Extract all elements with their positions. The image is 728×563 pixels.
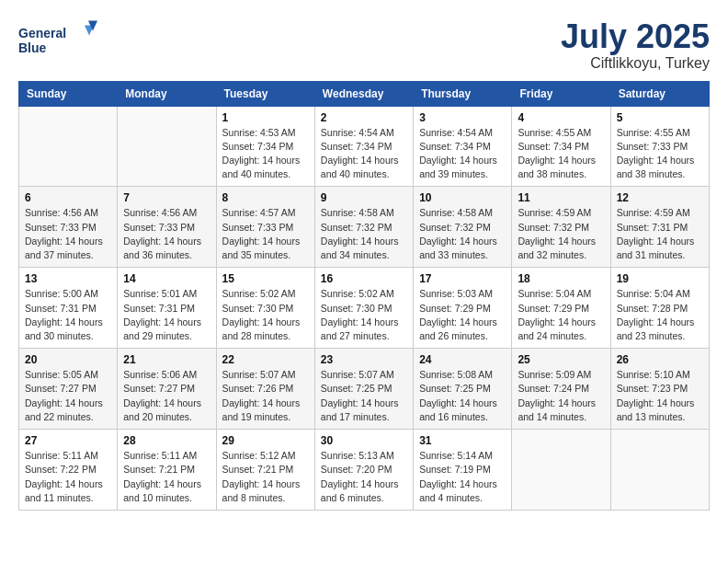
- day-info: Sunrise: 5:07 AMSunset: 7:26 PMDaylight:…: [222, 368, 309, 424]
- daylight-text: Daylight: 14 hours and 31 minutes.: [617, 235, 703, 262]
- sunrise-text: Sunrise: 5:04 AM: [617, 287, 703, 301]
- day-number: 5: [617, 111, 703, 124]
- sunset-text: Sunset: 7:34 PM: [321, 140, 407, 154]
- calendar-cell: 3Sunrise: 4:54 AMSunset: 7:34 PMDaylight…: [414, 106, 512, 187]
- day-info: Sunrise: 5:11 AMSunset: 7:22 PMDaylight:…: [25, 449, 111, 505]
- day-number: 30: [321, 434, 407, 447]
- day-info: Sunrise: 5:03 AMSunset: 7:29 PMDaylight:…: [419, 287, 506, 343]
- day-number: 6: [25, 191, 111, 204]
- daylight-text: Daylight: 14 hours and 33 minutes.: [419, 235, 506, 262]
- page-header: General Blue July 2025 Ciftlikkoyu, Turk…: [18, 18, 710, 72]
- sunrise-text: Sunrise: 5:04 AM: [518, 287, 604, 301]
- day-number: 20: [25, 353, 111, 366]
- day-number: 24: [419, 353, 506, 366]
- sunset-text: Sunset: 7:19 PM: [419, 463, 506, 477]
- daylight-text: Daylight: 14 hours and 16 minutes.: [419, 396, 506, 424]
- day-info: Sunrise: 5:02 AMSunset: 7:30 PMDaylight:…: [222, 287, 309, 343]
- calendar-cell: [118, 106, 216, 187]
- day-number: 23: [321, 353, 407, 366]
- day-number: 22: [222, 353, 309, 366]
- sunset-text: Sunset: 7:32 PM: [518, 221, 604, 235]
- sunset-text: Sunset: 7:27 PM: [123, 382, 210, 396]
- sunrise-text: Sunrise: 4:55 AM: [518, 126, 604, 140]
- day-info: Sunrise: 5:00 AMSunset: 7:31 PMDaylight:…: [25, 287, 111, 343]
- daylight-text: Daylight: 14 hours and 20 minutes.: [123, 396, 210, 424]
- day-info: Sunrise: 5:07 AMSunset: 7:25 PMDaylight:…: [321, 368, 407, 424]
- day-number: 19: [617, 272, 703, 285]
- calendar-cell: 16Sunrise: 5:02 AMSunset: 7:30 PMDayligh…: [314, 268, 413, 349]
- sunrise-text: Sunrise: 5:12 AM: [222, 449, 309, 463]
- sunrise-text: Sunrise: 5:01 AM: [123, 287, 210, 301]
- sunrise-text: Sunrise: 4:58 AM: [321, 206, 407, 220]
- sunset-text: Sunset: 7:23 PM: [617, 382, 703, 396]
- sunset-text: Sunset: 7:33 PM: [123, 221, 210, 235]
- sunset-text: Sunset: 7:21 PM: [222, 463, 309, 477]
- month-title: July 2025: [561, 18, 710, 55]
- sunset-text: Sunset: 7:26 PM: [222, 382, 309, 396]
- sunset-text: Sunset: 7:22 PM: [25, 463, 111, 477]
- calendar-cell: 5Sunrise: 4:55 AMSunset: 7:33 PMDaylight…: [610, 106, 709, 187]
- daylight-text: Daylight: 14 hours and 13 minutes.: [617, 396, 703, 424]
- sunrise-text: Sunrise: 5:13 AM: [321, 449, 407, 463]
- sunrise-text: Sunrise: 4:57 AM: [222, 206, 309, 220]
- sunset-text: Sunset: 7:27 PM: [25, 382, 111, 396]
- calendar-week-row: 20Sunrise: 5:05 AMSunset: 7:27 PMDayligh…: [19, 349, 710, 430]
- day-number: 10: [419, 191, 506, 204]
- day-info: Sunrise: 4:54 AMSunset: 7:34 PMDaylight:…: [419, 126, 506, 182]
- daylight-text: Daylight: 14 hours and 24 minutes.: [518, 316, 604, 343]
- sunrise-text: Sunrise: 5:07 AM: [321, 368, 407, 382]
- sunrise-text: Sunrise: 5:03 AM: [419, 287, 506, 301]
- daylight-text: Daylight: 14 hours and 4 minutes.: [419, 477, 506, 505]
- day-info: Sunrise: 4:58 AMSunset: 7:32 PMDaylight:…: [419, 206, 506, 262]
- day-number: 9: [321, 191, 407, 204]
- calendar-cell: 25Sunrise: 5:09 AMSunset: 7:24 PMDayligh…: [512, 349, 610, 430]
- day-number: 2: [321, 111, 407, 124]
- day-info: Sunrise: 5:05 AMSunset: 7:27 PMDaylight:…: [25, 368, 111, 424]
- daylight-text: Daylight: 14 hours and 10 minutes.: [123, 477, 210, 505]
- calendar-week-row: 13Sunrise: 5:00 AMSunset: 7:31 PMDayligh…: [19, 268, 710, 349]
- sunset-text: Sunset: 7:33 PM: [25, 221, 111, 235]
- day-info: Sunrise: 4:58 AMSunset: 7:32 PMDaylight:…: [321, 206, 407, 262]
- daylight-text: Daylight: 14 hours and 27 minutes.: [321, 316, 407, 343]
- day-info: Sunrise: 5:10 AMSunset: 7:23 PMDaylight:…: [617, 368, 703, 424]
- daylight-text: Daylight: 14 hours and 35 minutes.: [222, 235, 309, 262]
- calendar-cell: [610, 430, 709, 511]
- daylight-text: Daylight: 14 hours and 38 minutes.: [617, 154, 703, 181]
- sunrise-text: Sunrise: 4:54 AM: [419, 126, 506, 140]
- day-number: 7: [123, 191, 210, 204]
- sunset-text: Sunset: 7:20 PM: [321, 463, 407, 477]
- sunrise-text: Sunrise: 4:55 AM: [617, 126, 703, 140]
- daylight-text: Daylight: 14 hours and 6 minutes.: [321, 477, 407, 505]
- day-info: Sunrise: 5:06 AMSunset: 7:27 PMDaylight:…: [123, 368, 210, 424]
- calendar-cell: 30Sunrise: 5:13 AMSunset: 7:20 PMDayligh…: [314, 430, 413, 511]
- daylight-text: Daylight: 14 hours and 34 minutes.: [321, 235, 407, 262]
- day-info: Sunrise: 4:59 AMSunset: 7:31 PMDaylight:…: [617, 206, 703, 262]
- sunset-text: Sunset: 7:31 PM: [617, 221, 703, 235]
- day-info: Sunrise: 5:12 AMSunset: 7:21 PMDaylight:…: [222, 449, 309, 505]
- location: Ciftlikkoyu, Turkey: [561, 55, 710, 72]
- day-info: Sunrise: 4:55 AMSunset: 7:33 PMDaylight:…: [617, 126, 703, 182]
- calendar-cell: 13Sunrise: 5:00 AMSunset: 7:31 PMDayligh…: [19, 268, 118, 349]
- header-sunday: Sunday: [19, 81, 118, 106]
- title-block: July 2025 Ciftlikkoyu, Turkey: [561, 18, 710, 72]
- calendar-cell: 6Sunrise: 4:56 AMSunset: 7:33 PMDaylight…: [19, 187, 118, 268]
- sunrise-text: Sunrise: 5:14 AM: [419, 449, 506, 463]
- daylight-text: Daylight: 14 hours and 32 minutes.: [518, 235, 604, 262]
- sunset-text: Sunset: 7:32 PM: [419, 221, 506, 235]
- header-saturday: Saturday: [610, 81, 709, 106]
- daylight-text: Daylight: 14 hours and 38 minutes.: [518, 154, 604, 181]
- calendar-cell: [512, 430, 610, 511]
- daylight-text: Daylight: 14 hours and 29 minutes.: [123, 316, 210, 343]
- sunrise-text: Sunrise: 4:58 AM: [419, 206, 506, 220]
- calendar-cell: 12Sunrise: 4:59 AMSunset: 7:31 PMDayligh…: [610, 187, 709, 268]
- day-number: 16: [321, 272, 407, 285]
- calendar-week-row: 1Sunrise: 4:53 AMSunset: 7:34 PMDaylight…: [19, 106, 710, 187]
- day-info: Sunrise: 5:11 AMSunset: 7:21 PMDaylight:…: [123, 449, 210, 505]
- sunset-text: Sunset: 7:31 PM: [25, 302, 111, 316]
- sunrise-text: Sunrise: 5:07 AM: [222, 368, 309, 382]
- calendar-cell: 11Sunrise: 4:59 AMSunset: 7:32 PMDayligh…: [512, 187, 610, 268]
- daylight-text: Daylight: 14 hours and 39 minutes.: [419, 154, 506, 181]
- day-number: 3: [419, 111, 506, 124]
- daylight-text: Daylight: 14 hours and 14 minutes.: [518, 396, 604, 424]
- daylight-text: Daylight: 14 hours and 19 minutes.: [222, 396, 309, 424]
